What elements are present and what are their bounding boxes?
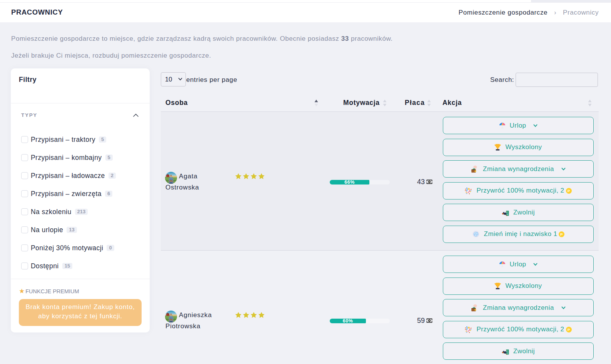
svg-text:P: P — [568, 327, 570, 331]
svg-text:P: P — [568, 188, 570, 193]
svg-text:P: P — [560, 232, 563, 236]
